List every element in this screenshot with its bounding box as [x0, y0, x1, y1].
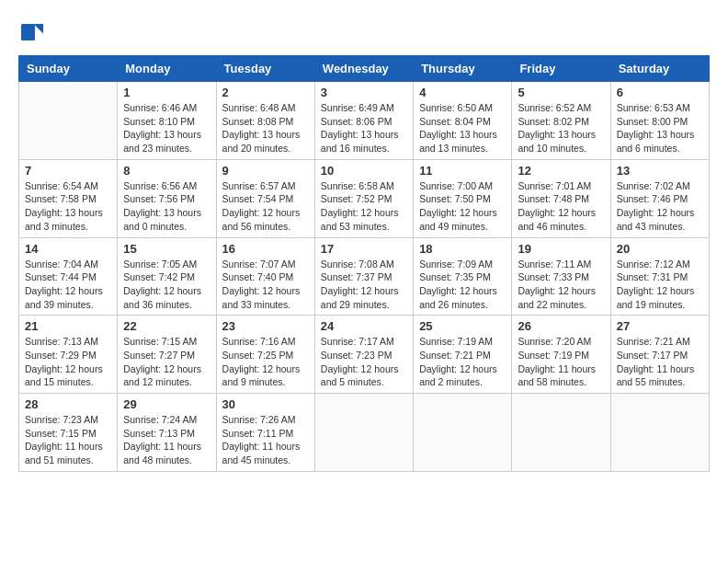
day-number: 18: [419, 242, 506, 256]
day-info: Sunrise: 7:05 AM Sunset: 7:42 PM Dayligh…: [123, 258, 210, 312]
day-number: 16: [222, 242, 309, 256]
calendar-cell: 5Sunrise: 6:52 AM Sunset: 8:02 PM Daylig…: [512, 82, 610, 160]
day-info: Sunrise: 7:19 AM Sunset: 7:21 PM Dayligh…: [419, 335, 506, 389]
day-number: 6: [617, 86, 703, 99]
day-info: Sunrise: 6:56 AM Sunset: 7:56 PM Dayligh…: [123, 179, 210, 234]
day-header-saturday: Saturday: [610, 56, 709, 82]
day-info: Sunrise: 7:26 AM Sunset: 7:11 PM Dayligh…: [222, 413, 309, 467]
day-number: 11: [419, 164, 506, 178]
day-info: Sunrise: 7:02 AM Sunset: 7:46 PM Dayligh…: [617, 179, 703, 234]
day-number: 1: [123, 86, 210, 99]
day-number: 25: [419, 319, 506, 333]
day-header-monday: Monday: [118, 56, 216, 82]
calendar-cell: 4Sunrise: 6:50 AM Sunset: 8:04 PM Daylig…: [414, 82, 512, 160]
day-header-tuesday: Tuesday: [216, 56, 314, 82]
calendar-cell: 30Sunrise: 7:26 AM Sunset: 7:11 PM Dayli…: [216, 394, 314, 472]
day-number: 8: [123, 164, 210, 178]
day-number: 30: [222, 397, 309, 411]
day-number: 20: [617, 242, 703, 256]
calendar-cell: 27Sunrise: 7:21 AM Sunset: 7:17 PM Dayli…: [610, 316, 709, 394]
calendar-cell: 7Sunrise: 6:54 AM Sunset: 7:58 PM Daylig…: [19, 159, 118, 237]
day-info: Sunrise: 6:58 AM Sunset: 7:52 PM Dayligh…: [321, 179, 407, 234]
calendar-cell: 12Sunrise: 7:01 AM Sunset: 7:48 PM Dayli…: [512, 159, 610, 237]
calendar-cell: 20Sunrise: 7:12 AM Sunset: 7:31 PM Dayli…: [610, 237, 709, 316]
day-number: 29: [123, 397, 210, 411]
logo-icon: [18, 18, 46, 46]
day-number: 19: [518, 242, 604, 256]
day-number: 2: [222, 86, 309, 99]
calendar-cell: [314, 394, 413, 472]
day-number: 7: [25, 164, 111, 178]
day-number: 9: [222, 164, 309, 178]
day-info: Sunrise: 7:20 AM Sunset: 7:19 PM Dayligh…: [518, 335, 604, 389]
day-number: 24: [321, 319, 407, 333]
day-info: Sunrise: 7:24 AM Sunset: 7:13 PM Dayligh…: [123, 413, 210, 467]
calendar-cell: [414, 394, 512, 472]
calendar-cell: 24Sunrise: 7:17 AM Sunset: 7:23 PM Dayli…: [314, 316, 413, 394]
day-info: Sunrise: 7:12 AM Sunset: 7:31 PM Dayligh…: [617, 258, 703, 312]
day-number: 17: [321, 242, 407, 256]
calendar-table: SundayMondayTuesdayWednesdayThursdayFrid…: [18, 55, 710, 472]
day-info: Sunrise: 7:09 AM Sunset: 7:35 PM Dayligh…: [419, 258, 506, 312]
day-info: Sunrise: 7:00 AM Sunset: 7:50 PM Dayligh…: [419, 179, 506, 234]
calendar-cell: 15Sunrise: 7:05 AM Sunset: 7:42 PM Dayli…: [118, 237, 216, 316]
calendar-cell: 22Sunrise: 7:15 AM Sunset: 7:27 PM Dayli…: [118, 316, 216, 394]
day-number: 22: [123, 319, 210, 333]
calendar-cell: 19Sunrise: 7:11 AM Sunset: 7:33 PM Dayli…: [512, 237, 610, 316]
day-info: Sunrise: 6:49 AM Sunset: 8:06 PM Dayligh…: [321, 101, 407, 155]
calendar-cell: 2Sunrise: 6:48 AM Sunset: 8:08 PM Daylig…: [216, 82, 314, 160]
day-number: 15: [123, 242, 210, 256]
day-number: 5: [518, 86, 604, 99]
day-info: Sunrise: 6:48 AM Sunset: 8:08 PM Dayligh…: [222, 101, 309, 155]
week-row-3: 14Sunrise: 7:04 AM Sunset: 7:44 PM Dayli…: [19, 237, 710, 316]
day-info: Sunrise: 7:16 AM Sunset: 7:25 PM Dayligh…: [222, 335, 309, 389]
page-header: [18, 18, 710, 46]
day-header-thursday: Thursday: [414, 56, 512, 82]
calendar-cell: 17Sunrise: 7:08 AM Sunset: 7:37 PM Dayli…: [314, 237, 413, 316]
week-row-2: 7Sunrise: 6:54 AM Sunset: 7:58 PM Daylig…: [19, 159, 710, 237]
day-number: 28: [25, 397, 111, 411]
day-info: Sunrise: 7:13 AM Sunset: 7:29 PM Dayligh…: [25, 335, 111, 389]
day-info: Sunrise: 7:23 AM Sunset: 7:15 PM Dayligh…: [25, 413, 111, 467]
week-row-4: 21Sunrise: 7:13 AM Sunset: 7:29 PM Dayli…: [19, 316, 710, 394]
day-info: Sunrise: 7:11 AM Sunset: 7:33 PM Dayligh…: [518, 258, 604, 312]
calendar-cell: 26Sunrise: 7:20 AM Sunset: 7:19 PM Dayli…: [512, 316, 610, 394]
calendar-cell: [512, 394, 610, 472]
day-info: Sunrise: 7:01 AM Sunset: 7:48 PM Dayligh…: [518, 179, 604, 234]
calendar-cell: 11Sunrise: 7:00 AM Sunset: 7:50 PM Dayli…: [414, 159, 512, 237]
day-header-friday: Friday: [512, 56, 610, 82]
day-info: Sunrise: 7:17 AM Sunset: 7:23 PM Dayligh…: [321, 335, 407, 389]
day-number: 3: [321, 86, 407, 99]
day-info: Sunrise: 6:53 AM Sunset: 8:00 PM Dayligh…: [617, 101, 703, 155]
calendar-cell: 23Sunrise: 7:16 AM Sunset: 7:25 PM Dayli…: [216, 316, 314, 394]
calendar-cell: [19, 82, 118, 160]
calendar-cell: [610, 394, 709, 472]
calendar-cell: 10Sunrise: 6:58 AM Sunset: 7:52 PM Dayli…: [314, 159, 413, 237]
day-number: 26: [518, 319, 604, 333]
day-info: Sunrise: 7:08 AM Sunset: 7:37 PM Dayligh…: [321, 258, 407, 312]
calendar-cell: 16Sunrise: 7:07 AM Sunset: 7:40 PM Dayli…: [216, 237, 314, 316]
week-row-5: 28Sunrise: 7:23 AM Sunset: 7:15 PM Dayli…: [19, 394, 710, 472]
day-info: Sunrise: 6:52 AM Sunset: 8:02 PM Dayligh…: [518, 101, 604, 155]
week-row-1: 1Sunrise: 6:46 AM Sunset: 8:10 PM Daylig…: [19, 82, 710, 160]
day-info: Sunrise: 6:46 AM Sunset: 8:10 PM Dayligh…: [123, 101, 210, 155]
day-number: 12: [518, 164, 604, 178]
day-number: 21: [25, 319, 111, 333]
calendar-cell: 25Sunrise: 7:19 AM Sunset: 7:21 PM Dayli…: [414, 316, 512, 394]
day-info: Sunrise: 7:15 AM Sunset: 7:27 PM Dayligh…: [123, 335, 210, 389]
day-number: 10: [321, 164, 407, 178]
day-header-wednesday: Wednesday: [314, 56, 413, 82]
calendar-cell: 29Sunrise: 7:24 AM Sunset: 7:13 PM Dayli…: [118, 394, 216, 472]
svg-marker-0: [34, 24, 44, 34]
calendar-cell: 9Sunrise: 6:57 AM Sunset: 7:54 PM Daylig…: [216, 159, 314, 237]
calendar-cell: 14Sunrise: 7:04 AM Sunset: 7:44 PM Dayli…: [19, 237, 118, 316]
day-number: 27: [617, 319, 703, 333]
day-number: 14: [25, 242, 111, 256]
calendar-cell: 6Sunrise: 6:53 AM Sunset: 8:00 PM Daylig…: [610, 82, 709, 160]
day-header-sunday: Sunday: [19, 56, 118, 82]
day-number: 4: [419, 86, 506, 99]
calendar-cell: 28Sunrise: 7:23 AM Sunset: 7:15 PM Dayli…: [19, 394, 118, 472]
day-info: Sunrise: 7:21 AM Sunset: 7:17 PM Dayligh…: [617, 335, 703, 389]
day-info: Sunrise: 7:04 AM Sunset: 7:44 PM Dayligh…: [25, 258, 111, 312]
calendar-header-row: SundayMondayTuesdayWednesdayThursdayFrid…: [19, 56, 710, 82]
